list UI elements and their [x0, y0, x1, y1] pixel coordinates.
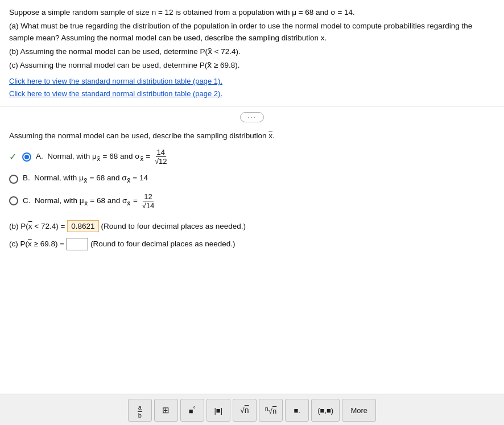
links-section: Click here to view the standard normal d…: [9, 76, 495, 99]
dots-icon: ■.: [294, 406, 300, 415]
option-a-label: A. Normal, with μx̄ = 68 and σx̄ = 14 √1…: [36, 148, 170, 166]
toolbar-nthroot-btn[interactable]: n√n: [259, 399, 283, 422]
separator-row: ···: [0, 106, 504, 126]
radio-a[interactable]: [22, 152, 31, 162]
xbar-label: x: [268, 131, 272, 140]
radio-c[interactable]: [9, 196, 18, 205]
fraction-a: 14 √12: [154, 148, 168, 166]
toolbar-absolute-btn[interactable]: |■|: [206, 399, 230, 422]
interval-icon: (■,■): [317, 406, 333, 415]
question-part-b: (b) Assuming the normal model can be use…: [9, 46, 495, 57]
toolbar-interval-btn[interactable]: (■,■): [311, 399, 340, 422]
question-section: Suppose a simple random sample of size n…: [0, 0, 504, 106]
absolute-icon: |■|: [214, 406, 222, 415]
question-part-a: (a) What must be true regarding the dist…: [9, 20, 495, 44]
main-container: Suppose a simple random sample of size n…: [0, 0, 504, 425]
question-part-c: (c) Assuming the normal model can be use…: [9, 60, 495, 71]
more-label: More: [350, 406, 367, 415]
radio-group: ✓ A. Normal, with μx̄ = 68 and σx̄ = 14 …: [9, 148, 495, 210]
sampling-desc: Assuming the normal model can be used, d…: [9, 131, 495, 140]
fraction-icon: a b: [138, 402, 142, 418]
toolbar-superscript-btn[interactable]: ■°: [180, 399, 204, 422]
part-b-prefix: (b) P(x < 72.4) =: [9, 222, 65, 230]
part-b-answer: (b) P(x < 72.4) = 0.8621 (Round to four …: [9, 220, 495, 232]
option-b-label: B. Normal, with μx̄ = 68 and σx̄ = 14: [23, 174, 148, 184]
option-c-label: C. Normal, with μx̄ = 68 and σx̄ = 12 √1…: [23, 192, 156, 210]
option-b[interactable]: B. Normal, with μx̄ = 68 and σx̄ = 14: [9, 174, 495, 184]
part-c-answer: (c) P(x ≥ 69.8) = (Round to four decimal…: [9, 238, 495, 250]
question-intro: Suppose a simple random sample of size n…: [9, 7, 495, 18]
toolbar-sqrt-btn[interactable]: √n: [233, 399, 257, 422]
option-a[interactable]: ✓ A. Normal, with μx̄ = 68 and σx̄ = 14 …: [9, 148, 495, 166]
checkmark-a: ✓: [9, 151, 16, 162]
part-c-prefix: (c) P(x ≥ 69.8) =: [9, 240, 64, 248]
option-c[interactable]: C. Normal, with μx̄ = 68 and σx̄ = 12 √1…: [9, 192, 495, 210]
matrix-icon: ⊞: [162, 405, 170, 415]
toolbar-dots-btn[interactable]: ■.: [285, 399, 309, 422]
nthroot-icon: n√n: [265, 405, 276, 415]
sqrt-icon: √n: [240, 406, 249, 415]
superscript-icon: ■°: [189, 405, 196, 415]
link-normal-table-1[interactable]: Click here to view the standard normal d…: [9, 76, 495, 87]
toolbar: a b ⊞ ■° |■| √n n√n ■. (■,■) More: [0, 394, 504, 425]
toolbar-fraction-btn[interactable]: a b: [128, 399, 152, 422]
answer-section: Assuming the normal model can be used, d…: [0, 126, 504, 394]
link-normal-table-2[interactable]: Click here to view the standard normal d…: [9, 88, 495, 100]
separator-dots: ···: [240, 112, 263, 122]
toolbar-more-btn[interactable]: More: [342, 399, 376, 422]
radio-b[interactable]: [9, 175, 18, 184]
part-c-input[interactable]: [67, 238, 88, 250]
part-b-suffix: (Round to four decimal places as needed.…: [101, 222, 246, 230]
part-c-suffix: (Round to four decimal places as needed.…: [90, 240, 235, 248]
toolbar-matrix-btn[interactable]: ⊞: [154, 399, 178, 422]
fraction-c: 12 √14: [141, 192, 156, 210]
part-b-value: 0.8621: [67, 220, 98, 232]
